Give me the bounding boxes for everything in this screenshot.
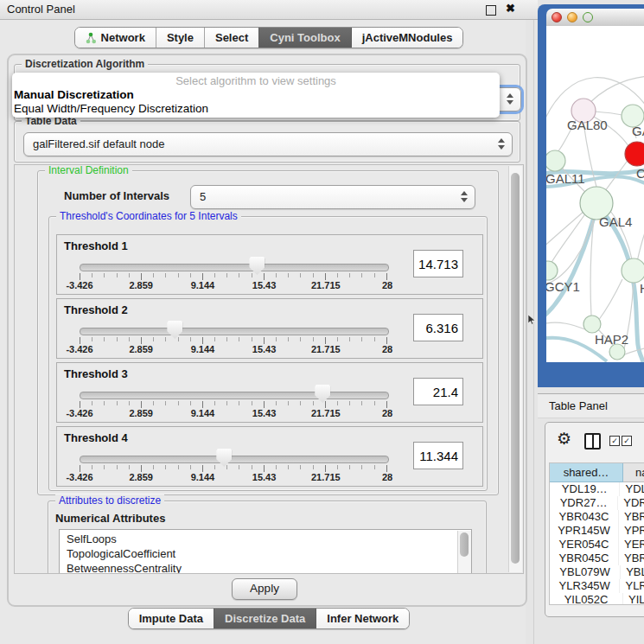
dropdown-placeholder-option: Select algorithm to view settings — [14, 74, 498, 88]
threshold-1-value-input[interactable] — [413, 250, 463, 277]
network-window-titlebar — [546, 9, 644, 27]
discretization-algorithm-label: Discretization Algorithm — [22, 58, 148, 70]
threshold-panel-4: Threshold 4-3.4262.8599.14415.4321.71528 — [56, 426, 483, 487]
numerical-attributes-label: Numerical Attributes — [55, 512, 165, 525]
dropdown-option-equal-width-frequency-discretization[interactable]: Equal Width/Frequency Discretization — [14, 102, 498, 116]
algorithm-dropdown-popup: Select algorithm to view settings Manual… — [12, 73, 500, 118]
slider-track[interactable] — [80, 456, 389, 463]
cell-shared-name: YER054C — [550, 538, 619, 552]
mac-zoom-button[interactable] — [583, 12, 593, 22]
threshold-panel-3: Threshold 3-3.4262.8599.14415.4321.71528 — [56, 362, 483, 423]
table-row[interactable]: YDL19…YDL1 — [550, 482, 644, 496]
number-of-intervals-label: Number of Intervals — [64, 189, 169, 202]
tick-label: 9.144 — [191, 344, 215, 354]
bottom-tab-group: Impute DataDiscretize DataInfer Network — [128, 608, 411, 629]
tick-label: -3.426 — [66, 280, 92, 290]
cell-name: YLR3 — [620, 579, 644, 593]
node-label: HAP2 — [595, 332, 628, 347]
column-header-name[interactable]: na — [623, 463, 644, 482]
float-window-icon[interactable] — [486, 5, 496, 16]
tab-label: Infer Network — [327, 612, 399, 625]
tick-label: 15.43 — [252, 408, 277, 418]
numerical-attributes-list[interactable]: SelfLoopsTopologicalCoefficientBetweenne… — [59, 529, 472, 574]
table-data-selected-value: galFiltered.sif default node — [33, 137, 164, 150]
node-attribute-table: shared… na YDL19…YDL1YDR27…YDR2YBR043CYB… — [549, 462, 644, 605]
combo-stepper-icon — [498, 138, 505, 150]
slider-thumb[interactable] — [167, 321, 182, 339]
network-canvas[interactable]: GAL80GACGAL11GAL4GCY1HHAP2 — [546, 26, 644, 362]
tab-label: Network — [101, 31, 145, 44]
table-row[interactable]: YIL052CYIL0 — [550, 593, 644, 605]
threshold-label: Threshold 1 — [64, 239, 128, 252]
table-row[interactable]: YER054CYER0 — [550, 538, 644, 552]
network-node-gcy1[interactable] — [546, 261, 558, 280]
tab-jactivemnodules[interactable]: jActiveMNodules — [351, 28, 463, 48]
dropdown-option-manual-discretization[interactable]: Manual Discretization — [14, 88, 498, 102]
gear-icon[interactable]: ⚙ — [557, 429, 571, 448]
slider-track[interactable] — [80, 264, 389, 271]
mac-minimize-button[interactable] — [567, 12, 577, 22]
attribute-item-topologicalcoefficient[interactable]: TopologicalCoefficient — [60, 546, 471, 561]
tab-select[interactable]: Select — [204, 28, 258, 48]
checkbox-icon[interactable]: ✓ — [622, 436, 632, 446]
threshold-3-value-input[interactable] — [413, 378, 463, 405]
table-panel-bar: Table Panel — [538, 393, 644, 418]
network-node-c[interactable] — [625, 142, 644, 166]
tab-network[interactable]: Network — [75, 28, 156, 48]
network-node[interactable] — [609, 344, 625, 360]
tick-label: 28 — [382, 472, 392, 482]
tick-label: 9.144 — [191, 408, 215, 418]
cell-shared-name: YDL19… — [550, 482, 620, 496]
tick-label: 9.144 — [191, 280, 215, 290]
number-of-intervals-combobox[interactable]: 5 — [190, 185, 475, 209]
tab-style[interactable]: Style — [156, 28, 204, 48]
table-data-combobox[interactable]: galFiltered.sif default node — [23, 132, 513, 156]
slider-thumb[interactable] — [249, 257, 265, 275]
column-layout-icon[interactable] — [584, 433, 601, 450]
slider-track[interactable] — [80, 328, 389, 335]
threshold-4-value-input[interactable] — [413, 442, 463, 469]
slider-thumb[interactable] — [216, 449, 232, 467]
attribute-item-betweennesscentrality[interactable]: BetweennessCentrality — [60, 561, 471, 574]
close-icon[interactable]: ✖ — [506, 2, 515, 15]
table-row[interactable]: YPR145WYPR1 — [550, 524, 644, 538]
cell-name: YBR0 — [619, 510, 644, 524]
checkbox-icon[interactable]: ✓ — [609, 436, 620, 446]
table-row[interactable]: YBR045CYBR0 — [550, 552, 644, 565]
slider-track[interactable] — [80, 392, 389, 399]
slider-ticks — [80, 465, 387, 472]
table-row[interactable]: YDR27…YDR2 — [550, 496, 644, 510]
cell-shared-name: YBR043C — [550, 510, 619, 524]
mac-close-button[interactable] — [552, 12, 562, 22]
threshold-label: Threshold 4 — [64, 431, 128, 444]
slider-thumb[interactable] — [315, 385, 330, 403]
cell-shared-name: YIL052C — [550, 593, 623, 605]
tab-infer-network[interactable]: Infer Network — [316, 609, 409, 628]
column-header-shared-name[interactable]: shared… — [550, 463, 623, 482]
node-label: GCY1 — [546, 279, 580, 294]
scrollbar-thumb[interactable] — [511, 173, 520, 564]
network-node-h[interactable] — [622, 258, 644, 283]
panel-vertical-scrollbar[interactable] — [508, 166, 522, 572]
threshold-2-value-input[interactable] — [413, 314, 463, 341]
bottom-tabbar: Impute DataDiscretize DataInfer Network — [0, 608, 538, 629]
tab-discretize-data[interactable]: Discretize Data — [214, 609, 316, 628]
table-row[interactable]: YBR043CYBR0 — [550, 510, 644, 524]
tick-label: 21.715 — [311, 344, 341, 354]
attribute-item-selfloops[interactable]: SelfLoops — [60, 532, 471, 546]
network-node-gal11[interactable] — [546, 150, 565, 171]
slider-ticks — [80, 401, 387, 408]
attributes-list-scrollbar[interactable] — [457, 531, 471, 574]
cell-name: YER0 — [619, 538, 644, 552]
table-row[interactable]: YLR345WYLR3 — [550, 579, 644, 593]
table-row[interactable]: YBL079WYBL0 — [550, 565, 644, 579]
tab-cyni-toolbox[interactable]: Cyni Toolbox — [258, 28, 350, 48]
tab-impute-data[interactable]: Impute Data — [129, 609, 214, 628]
threshold-label: Threshold 2 — [64, 303, 128, 316]
apply-button[interactable]: Apply — [232, 578, 297, 600]
control-panel-titlebar: Control Panel ✖ — [0, 0, 538, 20]
tab-label: jActiveMNodules — [362, 31, 453, 44]
tab-label: Select — [215, 31, 248, 44]
interval-definition-group: Interval Definition Number of Intervals … — [37, 170, 499, 495]
network-node-hap2[interactable] — [583, 316, 601, 333]
